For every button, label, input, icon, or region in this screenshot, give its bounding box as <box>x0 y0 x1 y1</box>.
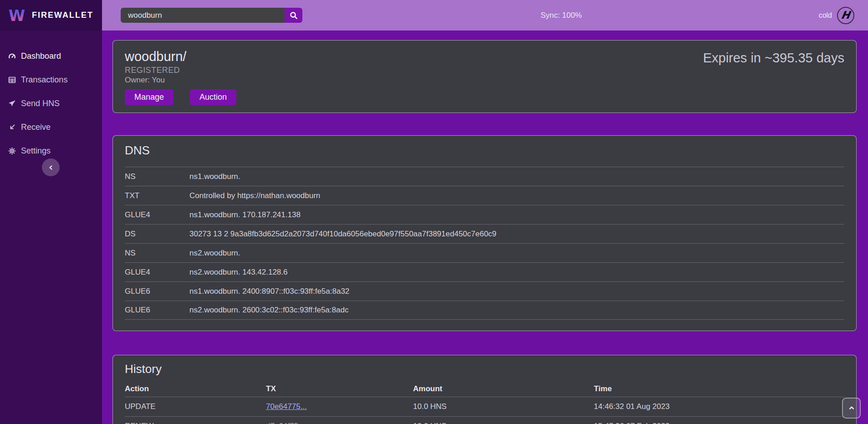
dns-record-row: TXT Controlled by https://nathan.woodbur… <box>125 186 844 205</box>
dns-record-value: ns1.woodburn. 2400:8907::f03c:93ff:fe5a:… <box>189 287 844 296</box>
domain-expiry: Expires in ~395.35 days <box>703 51 844 66</box>
sidebar-item-label: Dashboard <box>21 51 61 61</box>
firewallet-logo-icon: W <box>7 6 26 25</box>
manage-button[interactable]: Manage <box>125 89 174 105</box>
dns-record-type: NS <box>125 172 189 181</box>
history-card: History Action TX Amount Time UPDATE 70e… <box>112 355 857 424</box>
sidebar-item-dashboard[interactable]: Dashboard <box>0 51 102 61</box>
history-time: 15:47:36 07 Feb 2023 <box>594 422 844 424</box>
sidebar-item-label: Receive <box>21 123 51 132</box>
sidebar: W FIREWALLET Dashboard Transactions <box>0 0 102 424</box>
sidebar-item-label: Settings <box>21 146 51 156</box>
scroll-to-top-button[interactable] <box>842 398 861 419</box>
column-header-tx: TX <box>266 384 413 393</box>
history-row: RENEW d7e64f75... 10.0 HNS 15:47:36 07 F… <box>125 416 844 424</box>
wallet-info[interactable]: cold H <box>819 0 854 31</box>
history-table: Action TX Amount Time UPDATE 70e64775...… <box>125 381 844 424</box>
sidebar-item-send-hns[interactable]: Send HNS <box>0 98 102 109</box>
sidebar-item-receive[interactable]: Receive <box>0 122 102 133</box>
receive-icon <box>8 123 16 131</box>
dns-record-type: GLUE4 <box>125 210 189 220</box>
sidebar-item-label: Send HNS <box>21 99 60 108</box>
history-amount: 10.0 HNS <box>413 402 594 411</box>
domain-actions: Manage Auction <box>125 89 844 105</box>
dns-record-row: DS 30273 13 2 9a3a8fb3d625d2a2073d740f10… <box>125 224 844 243</box>
dns-record-type: DS <box>125 230 189 239</box>
sidebar-collapse-button[interactable] <box>42 158 60 176</box>
sync-status: Sync: 100% <box>541 11 582 20</box>
dns-record-row: GLUE4 ns2.woodburn. 143.42.128.6 <box>125 262 844 281</box>
table-icon <box>8 76 16 84</box>
dns-table: NS ns1.woodburn. TXT Controlled by https… <box>125 167 844 320</box>
history-action: RENEW <box>125 422 266 424</box>
search-icon <box>290 11 298 20</box>
tx-link[interactable]: 70e64775... <box>266 402 307 411</box>
history-header-row: Action TX Amount Time <box>125 381 844 397</box>
search-input[interactable] <box>121 8 285 23</box>
brand-header: W FIREWALLET <box>0 0 102 31</box>
dns-record-value: ns2.woodburn. 2600:3c02::f03c:93ff:fe5a:… <box>189 306 844 315</box>
chevron-up-icon <box>848 404 856 412</box>
column-header-time: Time <box>594 384 844 393</box>
svg-text:W: W <box>9 7 25 25</box>
dns-record-row: NS ns1.woodburn. <box>125 167 844 186</box>
column-header-action: Action <box>125 384 266 393</box>
dns-record-value: Controlled by https://nathan.woodburn <box>189 191 844 200</box>
sidebar-item-settings[interactable]: Settings <box>0 145 102 156</box>
dns-record-value: 30273 13 2 9a3a8fb3d625d2a2073d740f10da6… <box>189 230 844 239</box>
main-content: woodburn/ REGISTERED Owner: You Manage A… <box>102 31 868 424</box>
wallet-name: cold <box>819 11 832 20</box>
domain-owner: Owner: You <box>125 75 844 85</box>
chevron-left-icon <box>47 164 55 171</box>
tx-link[interactable]: d7e64f75... <box>266 422 305 424</box>
dns-record-row: NS ns2.woodburn. <box>125 243 844 262</box>
dns-record-value: ns2.woodburn. <box>189 249 844 258</box>
gear-icon <box>8 147 16 155</box>
history-heading: History <box>125 362 844 376</box>
dns-heading: DNS <box>125 143 844 158</box>
column-header-amount: Amount <box>413 384 594 393</box>
domain-status: REGISTERED <box>125 65 844 75</box>
dns-card: DNS NS ns1.woodburn. TXT Controlled by h… <box>112 135 857 331</box>
history-amount: 10.0 HNS <box>413 422 594 424</box>
dns-record-type: GLUE6 <box>125 287 189 296</box>
handshake-logo-icon: H <box>837 7 854 24</box>
topbar: Sync: 100% cold H <box>102 0 868 31</box>
history-time: 14:46:32 01 Aug 2023 <box>594 402 844 411</box>
dns-record-type: TXT <box>125 191 189 200</box>
dns-record-value: ns1.woodburn. <box>189 172 844 181</box>
dns-record-value: ns2.woodburn. 143.42.128.6 <box>189 268 844 277</box>
search-button[interactable] <box>285 8 302 23</box>
sidebar-item-label: Transactions <box>21 75 67 85</box>
dns-record-type: GLUE6 <box>125 306 189 315</box>
dns-record-value: ns1.woodburn. 170.187.241.138 <box>189 210 844 220</box>
sidebar-nav: Dashboard Transactions Send HNS <box>0 31 102 156</box>
dns-record-row: GLUE4 ns1.woodburn. 170.187.241.138 <box>125 205 844 224</box>
domain-card: woodburn/ REGISTERED Owner: You Manage A… <box>112 40 857 113</box>
history-action: UPDATE <box>125 402 266 411</box>
dns-record-type: NS <box>125 249 189 258</box>
history-row: UPDATE 70e64775... 10.0 HNS 14:46:32 01 … <box>125 397 844 416</box>
search-bar <box>121 8 302 23</box>
dns-record-row: GLUE6 ns2.woodburn. 2600:3c02::f03c:93ff… <box>125 301 844 320</box>
sidebar-item-transactions[interactable]: Transactions <box>0 74 102 85</box>
brand-name: FIREWALLET <box>32 10 93 20</box>
gauge-icon <box>8 52 16 60</box>
send-icon <box>8 100 16 107</box>
dns-record-row: GLUE6 ns1.woodburn. 2400:8907::f03c:93ff… <box>125 281 844 301</box>
dns-record-type: GLUE4 <box>125 268 189 277</box>
auction-button[interactable]: Auction <box>190 89 236 105</box>
